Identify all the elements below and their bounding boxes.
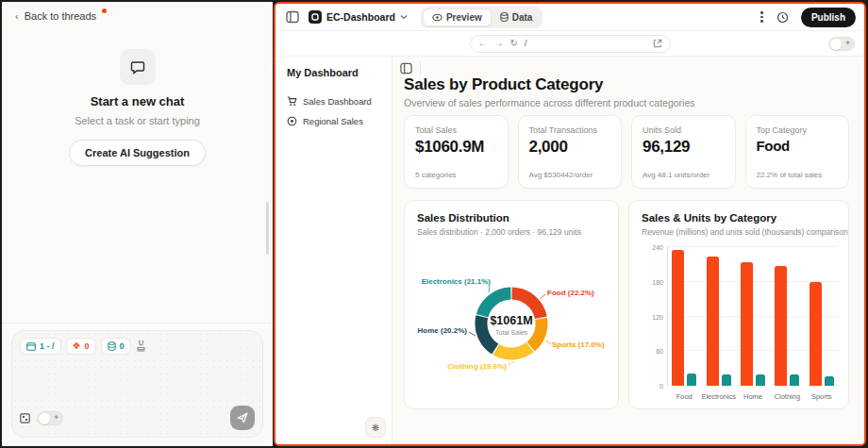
y-tick-label: 120 <box>637 314 663 321</box>
chat-bubble-icon <box>130 59 145 75</box>
donut-chart-title: Sales Distribution <box>417 212 509 224</box>
sidebar-title: My Dashboard <box>275 57 392 78</box>
sidebar-toggle-icon[interactable] <box>284 8 301 25</box>
donut-label-food: Food (22.2%) <box>547 289 594 297</box>
bar-revenue-sports <box>810 282 822 386</box>
chevron-down-icon <box>400 14 408 20</box>
project-name: EC-Dashboard <box>326 11 395 23</box>
charts-row: Sales Distribution Sales distribution · … <box>404 200 849 409</box>
bar-units-electronics <box>722 374 731 386</box>
scrollbar-thumb[interactable] <box>266 202 269 255</box>
browser-window-icon <box>26 342 36 351</box>
x-category-label: Food <box>667 392 701 401</box>
sidebar-item-label: Regional Sales <box>303 116 363 126</box>
database-count-label: 0 <box>120 341 125 351</box>
publish-button[interactable]: Publish <box>801 8 856 27</box>
history-icon[interactable] <box>775 8 792 25</box>
url-path: / <box>525 39 646 48</box>
bar-chart: 060120180240FoodElectronicsHomeClothingS… <box>629 201 848 408</box>
diamond-icon: ❖ <box>73 341 81 351</box>
x-category-label: Sports <box>805 392 839 401</box>
back-to-threads-label: Back to threads <box>25 10 96 22</box>
data-database-icon <box>500 12 509 22</box>
preview-nav-row: ← → ↻ / ✦ <box>275 31 864 57</box>
y-tick-label: 180 <box>637 279 663 286</box>
y-axis <box>667 247 668 386</box>
ai-edit-toggle[interactable]: ✦ <box>828 37 855 51</box>
stat-value: $1060.9M <box>415 138 497 157</box>
stamp-icon[interactable] <box>136 340 146 352</box>
bar-units-food <box>687 373 696 386</box>
nav-refresh-icon[interactable]: ↻ <box>510 39 518 48</box>
ai-mode-toggle[interactable]: ✦ <box>37 411 63 425</box>
more-options-icon[interactable] <box>759 9 765 25</box>
stat-label: Total Sales <box>415 125 497 135</box>
paper-plane-icon <box>237 412 248 423</box>
sidebar-item-regional-sales[interactable]: Regional Sales <box>275 111 392 131</box>
preview-app-panel: EC-Dashboard Preview <box>274 2 866 446</box>
y-tick-label: 240 <box>637 244 663 251</box>
stat-card-total-transactions: Total Transactions 2,000 Avg $530442/ord… <box>518 115 623 189</box>
y-tick-label: 0 <box>637 383 663 390</box>
back-to-threads-link[interactable]: ‹ Back to threads <box>15 10 107 22</box>
toggle-knob <box>39 413 50 424</box>
chat-composer[interactable]: 1 - / ❖ 0 0 <box>11 330 263 438</box>
stat-card-units-sold: Units Sold 96,129 Avg 48.1 units/order <box>631 115 736 189</box>
x-category-label: Home <box>736 392 770 401</box>
database-count-chip[interactable]: 0 <box>101 338 131 355</box>
browser-context-chip[interactable]: 1 - / <box>20 338 61 355</box>
sparkle-icon: ✦ <box>844 39 851 47</box>
project-logo <box>309 10 322 24</box>
empty-state-subtitle: Select a task or start typing <box>2 115 273 126</box>
send-button[interactable] <box>230 406 255 430</box>
preview-eye-icon <box>432 13 442 22</box>
x-category-label: Clothing <box>770 392 804 401</box>
open-external-icon[interactable] <box>653 39 662 48</box>
stats-row: Total Sales $1060.9M 5 categories Total … <box>404 115 849 189</box>
bar-revenue-electronics <box>707 257 719 386</box>
sidebar-item-label: Sales Dashboard <box>303 96 372 107</box>
create-ai-suggestion-button[interactable]: Create AI Suggestion <box>69 140 206 166</box>
donut-label-electronics: Electronics (21.1%) <box>422 277 492 286</box>
sparkle-icon: ✦ <box>53 413 59 422</box>
tab-preview-label: Preview <box>446 12 482 23</box>
stat-label: Top Category <box>757 125 839 135</box>
page-title: Sales by Product Category <box>404 75 603 94</box>
bar-units-sports <box>825 376 834 386</box>
preview-content: My Dashboard Sales Dashboard <box>275 57 864 444</box>
stat-sub: 22.2% of total sales <box>757 171 823 179</box>
bar-revenue-clothing <box>775 266 787 386</box>
empty-state-title: Start a new chat <box>2 94 273 108</box>
donut-leader-line <box>540 294 545 299</box>
donut-leader-line <box>545 340 551 344</box>
stat-label: Total Transactions <box>529 125 611 135</box>
project-switcher[interactable]: EC-Dashboard <box>309 10 408 24</box>
bar-revenue-home <box>741 262 753 386</box>
bar-revenue-food <box>672 250 684 386</box>
stat-value: 96,129 <box>643 138 725 157</box>
stat-label: Units Sold <box>643 125 725 135</box>
donut-leader-line <box>489 286 490 292</box>
error-count-chip[interactable]: ❖ 0 <box>66 338 96 355</box>
database-icon <box>108 341 116 351</box>
view-mode-segmented-control: Preview Data <box>421 7 543 28</box>
sidebar-sparkle-button[interactable]: ❋ <box>365 417 386 438</box>
collapse-sidebar-icon[interactable] <box>400 62 412 75</box>
stat-sub: Avg $530442/order <box>529 171 593 179</box>
tab-preview[interactable]: Preview <box>423 8 492 26</box>
sidebar-item-sales-dashboard[interactable]: Sales Dashboard <box>275 91 392 111</box>
donut-label-home: Home (20.2%) <box>418 326 468 335</box>
screenshot-icon[interactable] <box>20 413 30 423</box>
chat-empty-state: Start a new chat Select a task or start … <box>2 49 273 166</box>
cart-icon <box>287 96 297 107</box>
composer-chips-row: 1 - / ❖ 0 0 <box>20 338 146 355</box>
donut-chart: Food (22.2%)Sports (17.0%)Clothing (19.6… <box>416 237 609 405</box>
tab-data[interactable]: Data <box>492 9 542 25</box>
screenshot-root: ‹ Back to threads Start a new chat Selec… <box>0 0 868 448</box>
dashboard-sidebar: My Dashboard Sales Dashboard <box>275 57 392 444</box>
bar-chart-card: Sales & Units by Category Revenue (milli… <box>628 200 849 409</box>
nav-forward-icon[interactable]: → <box>494 39 504 48</box>
url-bar[interactable]: ← → ↻ / <box>470 35 671 53</box>
chat-panel: ‹ Back to threads Start a new chat Selec… <box>2 2 273 446</box>
nav-back-icon[interactable]: ← <box>478 39 488 48</box>
